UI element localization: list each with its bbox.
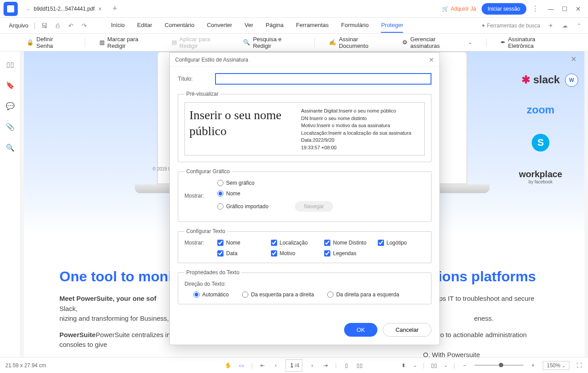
check-name[interactable]: Nome <box>217 240 265 246</box>
search-redact-button[interactable]: 🔍 Pesquisa e Redigir <box>243 36 300 49</box>
fullscreen-icon[interactable]: ⛶ <box>576 362 583 369</box>
tab-pagina[interactable]: Página <box>266 18 283 33</box>
fit-page-icon[interactable]: ⬍ <box>400 362 407 369</box>
tab-editar[interactable]: Editar <box>137 18 152 33</box>
protect-toolbar: 🔒 Definir Senha ▥ Marcar para Redigir ▤ … <box>0 34 588 51</box>
redo-icon[interactable]: ↷ <box>81 22 88 29</box>
save-icon[interactable]: 🖫 <box>41 22 48 29</box>
chevron-down-icon[interactable]: ⌄ <box>444 363 447 368</box>
acquire-link[interactable]: 🛒 Adquirir Já <box>442 6 476 12</box>
search-panel-icon[interactable]: 🔍 <box>6 144 15 152</box>
chevron-down-icon: ⌄ <box>468 40 472 45</box>
tab-ferramentas[interactable]: Ferramentas <box>296 18 329 33</box>
first-page-icon[interactable]: ⇤ <box>259 362 266 369</box>
statusbar: 21.59 x 27.94 cm ✋ ▭ | ⇤ ‹ /4 › ⇥ | ▯ ▯▯… <box>0 357 588 373</box>
zoom-value[interactable]: 150% ⌄ <box>543 361 569 370</box>
tab-comentario[interactable]: Comentário <box>165 18 194 33</box>
two-page-icon[interactable]: ▯▯ <box>356 362 363 369</box>
mark-redact-button[interactable]: ▥ Marcar para Redigir <box>99 36 157 49</box>
zoom-slider[interactable] <box>474 365 523 366</box>
bookmark-icon[interactable]: 🔖 <box>6 81 15 89</box>
cfg-text-legend: Configurar Texto <box>184 228 227 234</box>
close-window-icon[interactable]: ✕ <box>576 5 581 12</box>
hand-tool-icon[interactable]: ✋ <box>225 362 232 369</box>
title-field-label: Título: <box>178 76 209 82</box>
zoom-out-icon[interactable]: − <box>461 362 468 369</box>
check-labels[interactable]: Legendas <box>324 250 372 256</box>
comment-icon[interactable]: 💬 <box>6 102 15 110</box>
close-tab-icon[interactable]: × <box>98 5 102 12</box>
thumbnails-icon[interactable]: ▯▯ <box>6 60 14 69</box>
dialog-close-icon[interactable]: ✕ <box>429 56 434 63</box>
title-input[interactable] <box>215 73 431 85</box>
radio-dir-rtl[interactable]: Da direita para a esquerda <box>327 291 399 298</box>
browse-button[interactable]: Navegar <box>295 201 333 212</box>
maximize-icon[interactable]: ☐ <box>562 5 568 12</box>
check-date[interactable]: Data <box>217 250 265 256</box>
app-icon[interactable] <box>4 2 18 16</box>
check-location[interactable]: Localização <box>271 240 318 246</box>
collapse-ribbon-icon[interactable]: ⌃ <box>576 22 583 29</box>
page-total: /4 <box>295 362 299 369</box>
tab-inicio[interactable]: Início <box>111 18 125 33</box>
radio-name-graphic[interactable]: Nome <box>217 190 333 197</box>
view-mode-icon[interactable]: ▯▯ <box>431 362 438 369</box>
cancel-button[interactable]: Cancelar <box>383 323 431 337</box>
undo-icon[interactable]: ↶ <box>67 22 74 29</box>
radio-dir-auto[interactable]: Automático <box>193 291 229 298</box>
zoom-in-icon[interactable]: + <box>529 362 537 369</box>
tab-proteger[interactable]: Proteger <box>381 18 403 33</box>
search-tools[interactable]: ✦ Ferramentas de busca <box>481 23 540 29</box>
close-panel-icon[interactable]: ✕ <box>571 55 576 63</box>
more-icon[interactable]: ⋮ <box>532 4 539 13</box>
e-sign-icon: ✒ <box>501 39 506 46</box>
wand-icon: ✦ <box>481 23 486 29</box>
redact-mark-icon: ▥ <box>99 39 105 46</box>
text-direction-label: Direção do Texto: <box>184 281 425 287</box>
electronic-signature-button[interactable]: ✒ Assinatura Eletrônica <box>501 36 561 49</box>
check-dn[interactable]: Nome Distinto <box>324 240 372 246</box>
print-icon[interactable]: ⎙ <box>54 22 61 29</box>
chevron-down-icon[interactable]: ⌄ <box>413 363 417 368</box>
preview-name-text: Inserir o seu nome público <box>189 107 296 151</box>
redact-apply-icon: ▤ <box>172 39 177 46</box>
configure-graphic-fieldset: Configurar Gráfico Mostrar: Sem gráfico … <box>178 168 431 222</box>
ok-button[interactable]: OK <box>344 323 377 337</box>
send-icon[interactable]: ✈ <box>547 22 554 29</box>
configure-text-fieldset: Configurar Texto Mostrar: Nome Localizaç… <box>178 228 431 263</box>
radio-no-graphic[interactable]: Sem gráfico <box>217 180 333 186</box>
page-number-input[interactable] <box>289 361 295 370</box>
set-password-button[interactable]: 🔒 Definir Senha <box>27 36 71 49</box>
workplace-logo: workplace by facebook <box>519 169 562 184</box>
check-logo[interactable]: Logótipo <box>378 240 425 246</box>
radio-imported-graphic[interactable]: Gráfico importado <box>217 203 268 210</box>
menubar: Arquivo | 🖫 ⎙ ↶ ↷ Início Editar Comentár… <box>0 18 588 34</box>
text-properties-fieldset: Propriedades do Texto Direção do Texto: … <box>178 269 431 304</box>
tab-ver[interactable]: Ver <box>245 18 254 33</box>
radio-dir-ltr[interactable]: Da esquerda para a direita <box>242 291 314 298</box>
single-page-icon[interactable]: ▯ <box>343 362 350 369</box>
next-page-icon[interactable]: › <box>309 362 316 369</box>
document-tab[interactable]: ⌄ b9ddf151-2...5474441.pdf × <box>21 2 107 16</box>
sign-document-button[interactable]: ✍ Assinar Documento <box>329 36 388 49</box>
attachment-icon[interactable]: 📎 <box>6 123 15 131</box>
tab-formulario[interactable]: Formulário <box>341 18 368 33</box>
cfg-graphic-show-label: Mostrar: <box>184 193 211 199</box>
dialog-title-text: Configurar Estilo de Assinatura <box>175 57 248 63</box>
minimize-icon[interactable]: — <box>548 5 554 12</box>
last-page-icon[interactable]: ⇥ <box>322 362 329 369</box>
gear-icon: ⚙ <box>402 39 408 46</box>
cloud-icon[interactable]: ☁ <box>561 22 568 29</box>
file-menu[interactable]: Arquivo <box>5 22 32 29</box>
tab-converter[interactable]: Converter <box>207 18 232 33</box>
select-tool-icon[interactable]: ▭ <box>238 362 245 369</box>
word-badge-icon[interactable]: W <box>565 74 578 87</box>
manage-signatures-button[interactable]: ⚙ Gerenciar assinaturas ⌄ <box>402 36 471 49</box>
text-props-legend: Propriedades do Texto <box>184 269 241 276</box>
dialog-titlebar[interactable]: Configurar Estilo de Assinatura ✕ <box>170 53 439 67</box>
add-tab-button[interactable]: + <box>107 4 123 13</box>
titlebar: ⌄ b9ddf151-2...5474441.pdf × + 🛒 Adquiri… <box>0 0 588 18</box>
check-reason[interactable]: Motivo <box>271 250 318 256</box>
prev-page-icon[interactable]: ‹ <box>272 362 279 369</box>
login-button[interactable]: Iniciar sessão <box>482 3 526 15</box>
